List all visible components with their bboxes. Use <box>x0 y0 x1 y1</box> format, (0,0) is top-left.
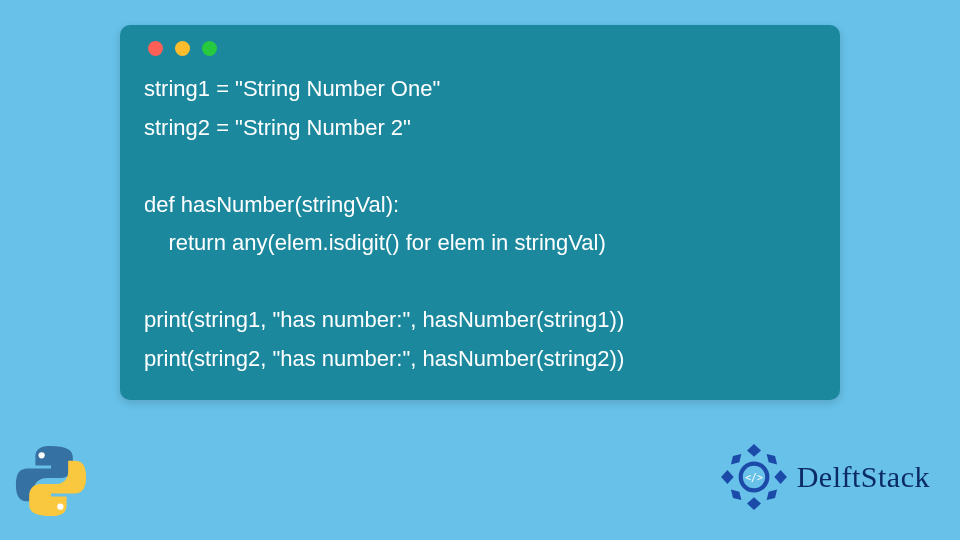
svg-marker-4 <box>721 470 734 484</box>
code-card: string1 = "String Number One" string2 = … <box>120 25 840 400</box>
svg-marker-9 <box>766 490 777 501</box>
traffic-dot-yellow <box>175 41 190 56</box>
svg-marker-7 <box>766 454 777 465</box>
delftstack-logo-icon: </> <box>719 442 789 512</box>
traffic-dot-red <box>148 41 163 56</box>
brand: </> DelftStack <box>719 442 930 512</box>
svg-marker-3 <box>747 497 761 510</box>
svg-marker-2 <box>747 444 761 457</box>
code-block: string1 = "String Number One" string2 = … <box>144 70 816 378</box>
python-icon <box>12 442 90 520</box>
footer: </> DelftStack <box>0 420 960 540</box>
svg-text:</>: </> <box>745 472 763 483</box>
svg-point-0 <box>39 452 45 458</box>
svg-marker-6 <box>731 454 742 465</box>
svg-marker-5 <box>774 470 787 484</box>
svg-point-1 <box>57 504 63 510</box>
svg-marker-8 <box>731 490 742 501</box>
window-traffic-lights <box>148 41 816 56</box>
brand-name: DelftStack <box>797 460 930 494</box>
traffic-dot-green <box>202 41 217 56</box>
